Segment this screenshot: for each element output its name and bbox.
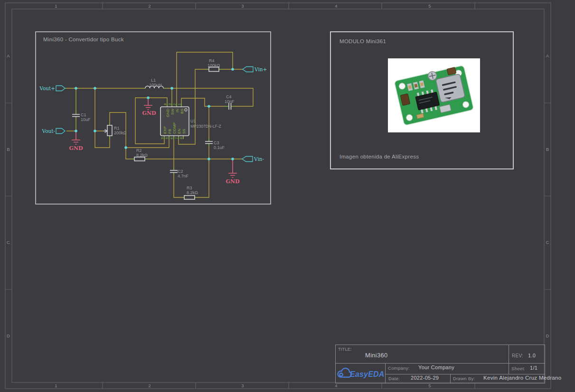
frame-col-label: 4 bbox=[335, 383, 337, 388]
pin-name: BS bbox=[180, 109, 184, 114]
gnd-label[interactable]: GND bbox=[142, 110, 156, 116]
frame-col-label: 2 bbox=[148, 383, 151, 388]
pin-name: GND bbox=[166, 109, 170, 117]
port-flag-vout-plus[interactable] bbox=[56, 86, 65, 91]
rheostat-symbol[interactable] bbox=[107, 125, 112, 136]
frame-row-label: C bbox=[546, 240, 549, 245]
pcb-photo-icon bbox=[388, 58, 480, 132]
frame-col-label: 4 bbox=[335, 3, 337, 9]
label-l1-value[interactable]: 100uH bbox=[149, 83, 162, 87]
capacitor-symbol[interactable] bbox=[229, 103, 231, 110]
port-flag-vout-minus[interactable] bbox=[56, 129, 65, 134]
label-r3-ref[interactable]: R3 bbox=[187, 186, 192, 190]
gnd-symbol[interactable] bbox=[144, 98, 152, 110]
rev-label: REV: bbox=[512, 353, 523, 358]
company-value[interactable]: Your Company bbox=[418, 364, 454, 370]
gnd-label[interactable]: GND bbox=[226, 178, 240, 185]
module-photo[interactable] bbox=[388, 58, 480, 132]
frame-row-label: C bbox=[7, 240, 10, 245]
resistor-symbol[interactable] bbox=[134, 157, 145, 161]
capacitor-symbol[interactable] bbox=[205, 141, 213, 144]
capacitor-symbol[interactable] bbox=[170, 170, 178, 173]
titleblock-divider bbox=[509, 345, 509, 374]
label-r4-value[interactable]: 100kΩ bbox=[207, 63, 220, 68]
pin-number: 5 bbox=[165, 137, 169, 139]
frame-row-label: B bbox=[7, 147, 9, 152]
gnd-symbol[interactable] bbox=[72, 131, 80, 144]
pin-name: EN bbox=[177, 129, 181, 134]
pin-number: 1 bbox=[177, 103, 181, 105]
module-box-caption[interactable]: Imagen obtenida de AliExpress bbox=[339, 154, 419, 159]
label-r4-ref[interactable]: R4 bbox=[209, 58, 215, 63]
label-c4-ref[interactable]: C4 bbox=[226, 94, 232, 99]
label-c1-value[interactable]: 10uF bbox=[81, 117, 91, 122]
port-flag-vin-minus[interactable] bbox=[242, 157, 253, 162]
pin-name: COMP bbox=[172, 122, 177, 134]
frame-row-label: A bbox=[546, 53, 549, 58]
frame-row-label: D bbox=[546, 333, 549, 338]
label-u1-ref[interactable]: U1 bbox=[190, 119, 196, 123]
frame-row-label: D bbox=[7, 333, 10, 338]
label-c3-value[interactable]: 0.1uF bbox=[214, 145, 225, 150]
frame-col-label: 2 bbox=[148, 3, 151, 9]
component-u1[interactable]: 4 3 2 1 9 5 6 7 8 GND SW IN BS EXP FB CO… bbox=[160, 103, 221, 139]
port-flag-vin-plus[interactable] bbox=[243, 67, 253, 72]
pin-name: FB bbox=[168, 129, 172, 134]
rev-value[interactable]: 1.0 bbox=[528, 353, 536, 358]
frame-col-label: 5 bbox=[428, 3, 431, 9]
component-c2[interactable]: C2 4.7nF bbox=[170, 169, 189, 178]
frame-row-label: B bbox=[546, 147, 549, 152]
label-l1-ref[interactable]: L1 bbox=[151, 78, 156, 83]
gnd-label[interactable]: GND bbox=[69, 145, 83, 151]
label-c2-value[interactable]: 4.7nF bbox=[178, 174, 189, 178]
port-label-vout-minus[interactable]: Vout- bbox=[42, 128, 56, 134]
frame-col-label: 1 bbox=[55, 3, 57, 9]
port-label-vin-plus[interactable]: Vin+ bbox=[254, 66, 267, 72]
rheostat-arrow bbox=[104, 130, 107, 133]
label-c3-ref[interactable]: C3 bbox=[214, 140, 219, 145]
titleblock-divider bbox=[450, 374, 451, 383]
resistor-symbol[interactable] bbox=[209, 67, 219, 72]
component-c4[interactable]: C4 10nF bbox=[225, 94, 235, 110]
component-c3[interactable]: C3 0.1uF bbox=[205, 140, 225, 150]
label-c4-value[interactable]: 10nF bbox=[225, 99, 235, 104]
drawn-by-value[interactable]: Kevin Alejandro Cruz Medrano bbox=[483, 375, 561, 381]
pin-number: 7 bbox=[174, 137, 179, 139]
component-l1[interactable]: L1 100uH bbox=[145, 78, 163, 88]
sheet-title[interactable]: Mini360 bbox=[365, 352, 388, 359]
label-r2-ref[interactable]: R2 bbox=[136, 148, 142, 153]
sheet-value[interactable]: 1/1 bbox=[530, 365, 537, 371]
label-c1-ref[interactable]: C1 bbox=[81, 112, 86, 117]
label-r1-ref[interactable]: R1 bbox=[114, 126, 120, 131]
easyeda-canvas[interactable]: 1 2 3 4 5 1 2 3 4 5 A B C D A B C D Mini… bbox=[0, 0, 575, 392]
pin-name: EXP bbox=[163, 126, 167, 134]
module-group-box[interactable]: MODULO Mini361 bbox=[330, 31, 514, 169]
label-r2-value[interactable]: 8.2kΩ bbox=[136, 153, 148, 158]
frame-row-label: A bbox=[7, 53, 10, 58]
company-label: Company: bbox=[388, 365, 410, 371]
port-label-vin-minus[interactable]: Vin- bbox=[254, 156, 264, 162]
date-value[interactable]: 2022-05-29 bbox=[411, 375, 439, 381]
pin-name: IN bbox=[175, 109, 179, 112]
title-block[interactable]: TITLE: Mini360 REV: 1.0 EasyEDA Company:… bbox=[335, 345, 545, 383]
label-u1-value[interactable]: MP2307DN-LF-Z bbox=[190, 124, 221, 129]
resistor-symbol[interactable] bbox=[184, 196, 195, 199]
label-r3-value[interactable]: 8.2kΩ bbox=[187, 190, 198, 195]
component-c1[interactable]: C1 10uF bbox=[72, 112, 91, 122]
port-label-vout-plus[interactable]: Vout+ bbox=[39, 85, 55, 91]
pin-name: SS bbox=[182, 129, 186, 134]
component-r1[interactable]: R1 200kΩ bbox=[104, 125, 127, 136]
wires[interactable] bbox=[65, 52, 253, 197]
pin-number: 6 bbox=[170, 137, 174, 139]
frame-col-label: 3 bbox=[241, 383, 244, 388]
sheet-label: Sheet: bbox=[511, 366, 525, 371]
component-r4[interactable]: R4 100kΩ bbox=[207, 58, 220, 72]
label-r1-value[interactable]: 200kΩ bbox=[114, 131, 127, 135]
capacitor-symbol[interactable] bbox=[72, 114, 80, 117]
frame-col-label: 3 bbox=[241, 3, 244, 9]
module-box-title[interactable]: MODULO Mini361 bbox=[339, 38, 386, 44]
pin-number: 8 bbox=[179, 137, 183, 139]
schematic-group-title[interactable]: Mini360 - Convertidor tipo Buck bbox=[43, 37, 124, 42]
gnd-symbol[interactable] bbox=[228, 159, 237, 177]
label-c2-ref[interactable]: C2 bbox=[178, 169, 183, 174]
